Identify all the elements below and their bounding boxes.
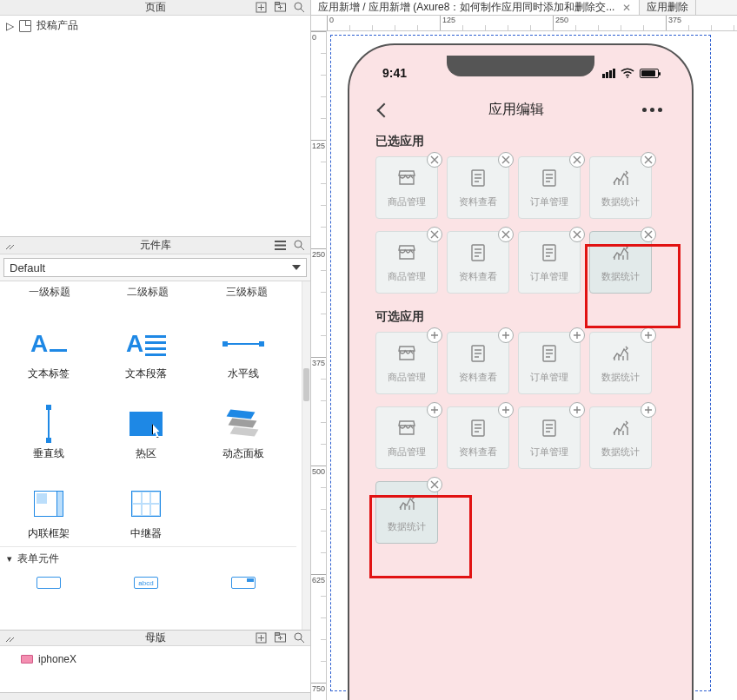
widget-cut[interactable] — [195, 571, 292, 595]
add-badge-icon[interactable] — [427, 402, 442, 418]
app-tile[interactable]: 资料查看 — [447, 156, 509, 219]
remove-badge-icon[interactable] — [569, 227, 585, 242]
widget-h-line[interactable]: 水平线 — [195, 307, 292, 386]
chart-icon — [608, 168, 633, 188]
menu-icon[interactable] — [274, 240, 286, 252]
app-tile[interactable]: 数据统计 — [589, 231, 652, 294]
master-item-label: iphoneX — [38, 653, 76, 665]
svg-point-9 — [627, 76, 628, 78]
phone-screen: 9:41 应用编辑 — [362, 56, 680, 700]
widget-inline-frame[interactable]: 内联框架 — [0, 466, 97, 546]
tab-label: 应用删除 — [647, 0, 688, 15]
app-tile-label: 订单管理 — [530, 371, 568, 384]
widget-lbl: 文本段落 — [125, 367, 167, 381]
library-select[interactable]: Default — [3, 258, 307, 277]
masters-tree[interactable]: iphoneX — [0, 646, 310, 692]
search-icon[interactable] — [293, 240, 305, 252]
widget-cut[interactable]: abcd — [97, 571, 195, 595]
widgets-panel: 元件库 Default 一级标题 二级标题 三级标题 — [0, 237, 310, 631]
more-button[interactable] — [642, 108, 662, 112]
app-tile-label: 订单管理 — [530, 270, 568, 283]
wifi-icon — [621, 69, 634, 78]
widgets-body[interactable]: 一级标题 二级标题 三级标题 A 文本标签 A 文本段落 — [0, 281, 302, 630]
remove-badge-icon[interactable] — [427, 152, 442, 168]
page-icon — [19, 20, 31, 32]
remove-badge-icon[interactable] — [427, 227, 442, 242]
form-section-label: 表单元件 — [17, 551, 59, 566]
app-tile[interactable]: 资料查看 — [447, 332, 509, 394]
chart-icon — [608, 343, 633, 364]
app-tile-label: 订单管理 — [530, 446, 568, 459]
widget-dynamic-panel[interactable]: 动态面板 — [195, 386, 292, 466]
store-icon — [395, 168, 419, 188]
ruler-horizontal: 0125250375 — [311, 16, 737, 31]
pages-tree[interactable]: ▷ 投稿产品 — [0, 16, 310, 236]
phone-frame: 9:41 应用编辑 — [348, 43, 694, 700]
expand-caret-icon[interactable]: ▷ — [5, 22, 14, 30]
page-tree-item[interactable]: ▷ 投稿产品 — [0, 16, 310, 36]
widget-lbl: 动态面板 — [222, 446, 264, 461]
widget-paragraph[interactable]: A 文本段落 — [97, 307, 195, 386]
widget-cut[interactable] — [0, 571, 97, 595]
chart-icon — [608, 242, 633, 263]
editor-tabs: 应用新增 / 应用新增 (Axure8：如何制作应用同时添加和删除交... ✕ … — [311, 0, 737, 16]
svg-point-3 — [295, 3, 302, 10]
add-badge-icon[interactable] — [427, 327, 442, 343]
add-master-icon[interactable] — [255, 632, 267, 644]
tab-active[interactable]: 应用新增 / 应用新增 (Axure8：如何制作应用同时添加和删除交... ✕ — [311, 0, 640, 15]
widgets-scrollbar[interactable] — [302, 281, 310, 630]
app-tile[interactable]: 商品管理 — [375, 332, 438, 394]
add-badge-icon[interactable] — [641, 327, 656, 343]
doc-icon — [537, 418, 561, 439]
widget-text-label[interactable]: A 文本标签 — [0, 307, 97, 386]
widget-lbl: 中继器 — [130, 526, 162, 541]
remove-badge-icon[interactable] — [641, 227, 656, 242]
signal-icon — [602, 69, 615, 78]
search-icon[interactable] — [293, 2, 305, 14]
app-tile[interactable]: 订单管理 — [518, 406, 581, 469]
add-badge-icon[interactable] — [569, 402, 585, 418]
remove-badge-icon[interactable] — [427, 477, 442, 492]
tab-clipped[interactable]: 应用删除 — [640, 0, 696, 15]
close-icon[interactable]: ✕ — [621, 3, 632, 13]
canvas[interactable]: 9:41 应用编辑 — [327, 31, 737, 700]
widget-lbl: 内联框架 — [28, 526, 70, 541]
masters-panel: 母版 iphoneX — [0, 631, 310, 693]
remove-badge-icon[interactable] — [498, 227, 514, 242]
add-badge-icon[interactable] — [569, 327, 585, 343]
search-icon[interactable] — [293, 632, 305, 644]
app-tile-label: 数据统计 — [601, 371, 640, 384]
app-tile[interactable]: 数据统计 — [589, 156, 652, 219]
app-tile[interactable]: 资料查看 — [447, 406, 509, 469]
app-tile[interactable]: 订单管理 — [518, 156, 581, 219]
app-tile[interactable]: 订单管理 — [518, 332, 581, 394]
master-item[interactable]: iphoneX — [5, 650, 305, 669]
status-time: 9:41 — [382, 66, 407, 80]
app-tile-label: 资料查看 — [459, 446, 497, 459]
back-button[interactable] — [379, 100, 389, 120]
add-page-icon[interactable] — [255, 2, 267, 14]
library-select-value: Default — [10, 261, 45, 274]
add-badge-icon[interactable] — [641, 402, 656, 418]
remove-badge-icon[interactable] — [641, 152, 656, 168]
app-tile[interactable]: 商品管理 — [375, 231, 438, 294]
app-tile[interactable]: 订单管理 — [518, 231, 581, 294]
form-widgets-section[interactable]: ▾ 表单元件 — [0, 546, 296, 571]
app-tile[interactable]: 数据统计 — [589, 332, 652, 394]
add-folder-icon[interactable] — [274, 632, 286, 644]
doc-icon — [466, 242, 490, 263]
app-tile[interactable]: 数据统计 — [589, 406, 652, 469]
widget-repeater[interactable]: 中继器 — [97, 466, 195, 546]
app-tile[interactable]: 商品管理 — [375, 406, 438, 469]
remove-badge-icon[interactable] — [498, 152, 514, 168]
widget-hotspot[interactable]: 热区 — [97, 386, 195, 466]
add-badge-icon[interactable] — [498, 327, 514, 343]
selected-grid-1: 商品管理资料查看订单管理数据统计 — [375, 156, 666, 219]
add-folder-icon[interactable] — [274, 2, 286, 14]
widget-v-line[interactable]: 垂直线 — [0, 386, 97, 466]
app-tile[interactable]: 资料查看 — [447, 231, 509, 294]
app-tile[interactable]: 数据统计 — [375, 481, 438, 544]
remove-badge-icon[interactable] — [569, 152, 585, 168]
app-tile[interactable]: 商品管理 — [375, 156, 438, 219]
add-badge-icon[interactable] — [498, 402, 514, 418]
